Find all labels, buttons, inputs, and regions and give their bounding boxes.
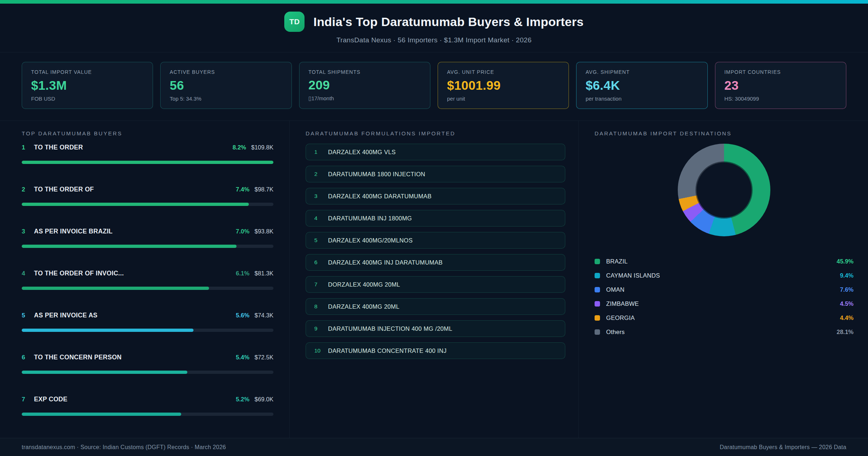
page-subtitle: TransData Nexus · 56 Importers · $1.3M I… (336, 36, 532, 44)
footer-report-text: Daratumumab Buyers & Importers — 2026 Da… (720, 444, 846, 451)
header: TD India's Top Daratumumab Buyers & Impo… (0, 4, 868, 52)
legend-swatch (595, 329, 600, 335)
formulation-row: 7 DORZALEX 400MG 20ML (306, 276, 565, 293)
legend-swatch (595, 315, 600, 321)
donut-legend: BRAZIL 45.9% CAYMAN ISLANDS 9.4% OMAN 7.… (595, 254, 854, 339)
td-logo-badge: TD (284, 12, 305, 32)
legend-percent: 9.4% (840, 272, 854, 279)
legend-swatch (595, 259, 600, 264)
legend-item: CAYMAN ISLANDS 9.4% (595, 269, 854, 283)
buyer-row: 3 AS PER INVOICE BRAZIL 7.0% $93.8K (22, 228, 273, 248)
buyer-name: TO THE ORDER OF (34, 186, 94, 193)
stat-card-total-import-value: TOTAL IMPORT VALUE $1.3M FOB USD (22, 62, 153, 109)
buyer-value: $93.8K (255, 228, 273, 235)
stat-value: 209 (309, 78, 421, 92)
header-title-row: TD India's Top Daratumumab Buyers & Impo… (284, 12, 583, 32)
buyer-bar-track (22, 203, 273, 206)
stat-value: $6.4K (586, 78, 698, 93)
buyer-rank: 3 (22, 228, 34, 235)
legend-label: CAYMAN ISLANDS (606, 272, 660, 279)
legend-label: BRAZIL (606, 258, 628, 265)
stat-sublabel: Top 5: 34.3% (170, 96, 282, 102)
legend-label: ZIMBABWE (606, 300, 639, 307)
formulation-name: DARZALEX 400MG VLS (328, 149, 396, 156)
buyer-row: 6 TO THE CONCERN PERSON 5.4% $72.5K (22, 354, 273, 374)
buyer-name: TO THE ORDER (34, 144, 83, 151)
stat-value: $1.3M (31, 78, 144, 93)
buyer-rank: 4 (22, 270, 34, 277)
donut-chart (678, 144, 770, 236)
buyer-bar-track (22, 329, 273, 332)
buyer-bar-track (22, 287, 273, 290)
formulation-name: DORZALEX 400MG 20ML (328, 281, 400, 288)
stat-card-avg-unit-price: AVG. UNIT PRICE $1001.99 per unit (438, 62, 569, 109)
buyer-bar-fill (22, 371, 187, 374)
buyer-bar-track (22, 371, 273, 374)
panel-title-formulations: DARATUMUMAB FORMULATIONS IMPORTED (306, 130, 565, 136)
buyer-bar-track (22, 161, 273, 164)
stat-value: 56 (170, 78, 282, 93)
formulation-rank: 1 (314, 149, 328, 155)
stat-sublabel: ▯17/month (309, 95, 421, 102)
formulation-rank: 9 (314, 325, 328, 332)
formulation-row: 2 DARATUMUMAB 1800 INJECTION (306, 166, 565, 182)
legend-item: BRAZIL 45.9% (595, 254, 854, 269)
stat-label: TOTAL SHIPMENTS (309, 69, 421, 75)
buyer-rank: 1 (22, 144, 34, 151)
buyer-value: $72.5K (255, 354, 273, 361)
formulation-row: 1 DARZALEX 400MG VLS (306, 144, 565, 160)
buyer-value: $81.3K (255, 270, 273, 277)
legend-label: GEORGIA (606, 314, 635, 321)
buyer-value: $98.7K (255, 186, 273, 193)
legend-label: OMAN (606, 286, 625, 293)
legend-percent: 45.9% (837, 258, 854, 265)
buyer-bar-fill (22, 203, 249, 206)
legend-item: OMAN 7.6% (595, 283, 854, 297)
buyer-rank: 7 (22, 396, 34, 403)
legend-percent: 7.6% (840, 286, 854, 293)
legend-item: ZIMBABWE 4.5% (595, 297, 854, 311)
legend-label: Others (606, 329, 625, 335)
formulation-rank: 7 (314, 281, 328, 288)
formulation-name: DARATUMUMAB INJECTION 400 MG /20ML (328, 325, 452, 332)
buyer-name: AS PER INVOICE BRAZIL (34, 228, 112, 235)
main-content: TOP DARATUMUMAB BUYERS 1 TO THE ORDER 8.… (0, 121, 868, 438)
formulation-name: DARZALEX 400MG 20ML (328, 303, 399, 310)
formulation-row: 9 DARATUMUMAB INJECTION 400 MG /20ML (306, 320, 565, 337)
stat-value: 23 (724, 78, 837, 93)
formulation-rank: 2 (314, 171, 328, 177)
legend-swatch (595, 301, 600, 307)
formulation-rank: 3 (314, 193, 328, 199)
buyer-percent: 5.4% (236, 354, 250, 361)
legend-item: Others 28.1% (595, 325, 854, 339)
legend-swatch (595, 273, 600, 278)
buyer-rank: 2 (22, 186, 34, 193)
stat-label: TOTAL IMPORT VALUE (31, 69, 144, 75)
panel-import-destinations: DARATUMUMAB IMPORT DESTINATIONS BRAZIL 4… (579, 121, 868, 438)
formulation-rank: 4 (314, 215, 328, 221)
stat-sublabel: HS: 30049099 (724, 96, 837, 102)
formulation-rank: 10 (314, 347, 328, 354)
buyer-percent: 8.2% (233, 144, 246, 151)
buyer-name: EXP CODE (34, 396, 68, 403)
buyer-row: 5 AS PER INVOICE AS 5.6% $74.3K (22, 312, 273, 332)
buyer-row: 1 TO THE ORDER 8.2% $109.8K (22, 144, 273, 164)
buyer-value: $109.8K (251, 144, 273, 151)
stat-card-import-countries: IMPORT COUNTRIES 23 HS: 30049099 (715, 62, 846, 109)
buyer-rank: 5 (22, 312, 34, 319)
legend-percent: 4.4% (840, 314, 854, 321)
accent-gradient-bar (0, 0, 868, 4)
formulation-name: DARZALEX 400MG INJ DARATUMUMAB (328, 259, 443, 266)
formulation-row: 3 DARZALEX 400MG DARATUMUMAB (306, 188, 565, 204)
buyer-name: TO THE CONCERN PERSON (34, 354, 122, 361)
buyer-name: AS PER INVOICE AS (34, 312, 98, 319)
legend-item: GEORGIA 4.4% (595, 311, 854, 325)
stat-card-total-shipments: TOTAL SHIPMENTS 209 ▯17/month (299, 62, 430, 109)
formulation-row: 8 DARZALEX 400MG 20ML (306, 298, 565, 315)
stat-card-row: TOTAL IMPORT VALUE $1.3M FOB USD ACTIVE … (0, 52, 868, 109)
buyer-bar-fill (22, 329, 193, 332)
stat-label: AVG. UNIT PRICE (447, 69, 559, 75)
stat-sublabel: per transaction (586, 96, 698, 102)
buyer-rank: 6 (22, 354, 34, 361)
stat-value: $1001.99 (447, 78, 559, 93)
